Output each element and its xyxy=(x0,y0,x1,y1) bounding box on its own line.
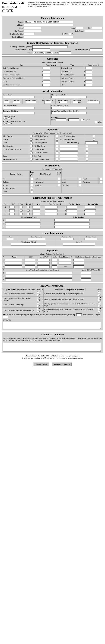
eq-2-1-checkbox[interactable] xyxy=(56,142,58,144)
term-other-radio[interactable] xyxy=(51,52,53,54)
name-input[interactable] xyxy=(24,21,73,23)
besttime-input[interactable] xyxy=(24,33,34,35)
eq-1-2-checkbox[interactable] xyxy=(93,138,95,140)
remarks-textarea[interactable] xyxy=(3,322,101,329)
city-input[interactable] xyxy=(24,27,41,29)
stored-n-radio[interactable] xyxy=(8,117,10,120)
term-1y-radio[interactable] xyxy=(43,52,46,54)
usage-2-y-radio[interactable] xyxy=(36,302,39,305)
eng-1-mm-input[interactable] xyxy=(5,219,40,222)
eq-7-1-checkbox[interactable] xyxy=(56,158,58,160)
eq-6-1-checkbox[interactable] xyxy=(56,155,58,157)
stored-y-radio[interactable] xyxy=(3,117,6,120)
op-2-dob-input[interactable] xyxy=(25,262,35,264)
eq-other-7-checkbox[interactable] xyxy=(86,158,88,160)
laid-from-input[interactable] xyxy=(56,118,66,121)
misc-1-0-checkbox[interactable] xyxy=(30,181,33,183)
eng-2-pprice-input[interactable] xyxy=(66,209,77,212)
op-2-uscg-input[interactable] xyxy=(73,262,84,264)
trips-input[interactable] xyxy=(3,316,8,318)
am-radio[interactable] xyxy=(62,33,64,35)
eng-1-serial-input[interactable] xyxy=(54,219,90,222)
additional-textarea[interactable] xyxy=(3,343,101,352)
eq-other-5-input[interactable] xyxy=(60,152,78,154)
op-1-name-input[interactable] xyxy=(4,259,22,261)
eq-4-0-checkbox[interactable] xyxy=(30,148,32,150)
trailer-year-input[interactable] xyxy=(7,238,14,240)
usage-4-y-radio[interactable] xyxy=(98,292,100,294)
eq-5-0-checkbox[interactable] xyxy=(30,152,32,154)
eq-other-4-input[interactable] xyxy=(60,148,78,151)
eq-4-1-checkbox[interactable] xyxy=(56,148,58,150)
op-2-state-input[interactable] xyxy=(52,262,57,264)
nightphone-input[interactable] xyxy=(84,30,102,32)
trailer-pprice-input[interactable] xyxy=(61,238,74,240)
op-3-name-input[interactable] xyxy=(4,266,22,268)
usage-4-n-radio[interactable] xyxy=(98,294,100,296)
misc-0-3-checkbox[interactable] xyxy=(100,178,102,180)
eq-other-7-input[interactable] xyxy=(60,158,78,161)
misc-2-2-checkbox[interactable] xyxy=(79,184,81,186)
address-input[interactable] xyxy=(24,24,73,26)
eq-1-1-checkbox[interactable] xyxy=(56,138,58,140)
tenders-input[interactable] xyxy=(3,112,35,114)
op-2-viol-input[interactable] xyxy=(5,275,72,278)
trailer-mm-input[interactable] xyxy=(11,243,46,246)
op-1-ssn-input[interactable] xyxy=(58,259,71,261)
eng-2-gas-checkbox[interactable] xyxy=(20,209,22,212)
misc-3-0-checkbox[interactable] xyxy=(30,187,33,190)
op-3-years-input[interactable] xyxy=(81,278,91,281)
eq-2-0-checkbox[interactable] xyxy=(30,142,32,144)
eq-other-3-checkbox[interactable] xyxy=(86,145,88,147)
eng-2-hp-input[interactable] xyxy=(9,209,14,212)
usage-0-n-radio[interactable] xyxy=(36,294,39,296)
usage-1-y-radio[interactable] xyxy=(36,297,39,299)
op-2-dl-input[interactable] xyxy=(37,262,50,264)
op-3-dob-input[interactable] xyxy=(25,266,35,268)
op-2-years-input[interactable] xyxy=(81,275,91,278)
hull-id-input[interactable] xyxy=(3,107,35,109)
misc-0-1-checkbox[interactable] xyxy=(58,178,60,180)
vessel-year-input[interactable] xyxy=(4,101,9,104)
eng-3-serial-input[interactable] xyxy=(54,226,90,228)
eq-0-0-checkbox[interactable] xyxy=(30,135,32,137)
misc-1-2-checkbox[interactable] xyxy=(79,181,81,183)
term-other-input[interactable] xyxy=(58,52,71,54)
misc-2-0-checkbox[interactable] xyxy=(30,184,33,186)
usage-3-n-radio[interactable] xyxy=(36,310,39,312)
misc-0-0-checkbox[interactable] xyxy=(30,178,33,180)
misc-1-3-checkbox[interactable] xyxy=(100,181,102,183)
cov-l-1-input[interactable] xyxy=(43,70,50,73)
cov-r-1-input[interactable] xyxy=(85,70,92,73)
vessel-name-input[interactable] xyxy=(3,96,35,98)
eng-3-year-input[interactable] xyxy=(33,213,40,215)
eng-1-pval-input[interactable] xyxy=(85,206,96,208)
vessel-pval-input[interactable] xyxy=(60,101,67,104)
eq-other-4-checkbox[interactable] xyxy=(86,148,88,150)
eq-0-2-checkbox[interactable] xyxy=(93,135,95,137)
cov-l-5-input[interactable] xyxy=(43,84,50,86)
misc-2-1-checkbox[interactable] xyxy=(58,184,60,186)
op-3-dl-input[interactable] xyxy=(37,266,50,268)
misc-1-1-checkbox[interactable] xyxy=(58,181,60,183)
pm-radio[interactable] xyxy=(69,33,71,35)
company-input[interactable] xyxy=(32,45,68,48)
usage-5-n-radio[interactable] xyxy=(98,299,100,302)
vessel-mm-input[interactable] xyxy=(51,96,86,98)
usage-6-n-radio[interactable] xyxy=(98,305,100,307)
afloat-checkbox[interactable] xyxy=(95,121,97,124)
eng-3-mm-input[interactable] xyxy=(5,226,40,228)
eng-2-dpurch-input[interactable] xyxy=(45,209,58,212)
cov-r-4-input[interactable] xyxy=(85,80,92,83)
usage-1-n-radio[interactable] xyxy=(36,299,39,302)
eng-1-hp-input[interactable] xyxy=(9,206,14,208)
op-3-viol-input[interactable] xyxy=(5,278,72,281)
waters-input[interactable] xyxy=(51,107,86,109)
vessel-maxspd-input[interactable] xyxy=(73,101,78,104)
eq-1-0-checkbox[interactable] xyxy=(30,138,32,140)
eng-3-pval-input[interactable] xyxy=(85,213,96,215)
eng-1-gas-checkbox[interactable] xyxy=(20,206,22,208)
eq-6-0-checkbox[interactable] xyxy=(30,155,32,157)
usage-2-n-radio[interactable] xyxy=(36,305,39,307)
usage-7-n-radio[interactable] xyxy=(98,310,100,312)
